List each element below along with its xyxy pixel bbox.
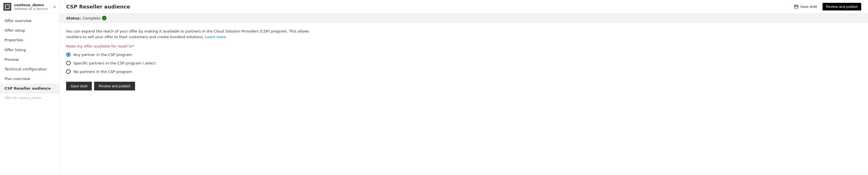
required-marker: * <box>132 44 134 48</box>
radio-no-partners-input[interactable] <box>66 69 71 74</box>
sidebar-item-offer-setup[interactable]: Offer setup <box>0 26 59 35</box>
sidebar-item-plan-overview[interactable]: Plan overview <box>0 74 59 84</box>
app-subtitle: Software as a Service <box>14 7 51 11</box>
sidebar-title-block: contoso_demo Software as a Service <box>14 3 51 11</box>
status-value: Complete <box>83 16 101 20</box>
sidebar-expand-button[interactable]: ≡ <box>53 4 56 9</box>
page-title: CSP Reseller audience <box>66 4 130 10</box>
save-draft-button[interactable]: Save draft <box>66 82 92 90</box>
radio-group: Any partner in the CSP program Specific … <box>66 52 861 74</box>
learn-more-link[interactable]: Learn more <box>205 35 226 39</box>
status-label: Status: <box>66 16 81 20</box>
radio-no-partners[interactable]: No partners in the CSP program <box>66 69 861 74</box>
app-logo <box>3 3 11 11</box>
section-label: Make my offer available for resell to* <box>66 44 861 48</box>
radio-specific-partners-input[interactable] <box>66 61 71 65</box>
content-area: Status: Complete ✓ You can expand the re… <box>59 13 868 175</box>
description-text: You can expand the reach of your offer b… <box>66 29 320 39</box>
save-icon: 💾 <box>794 4 799 9</box>
radio-any-partner[interactable]: Any partner in the CSP program <box>66 52 861 57</box>
sidebar-item-properties[interactable]: Properties <box>0 35 59 45</box>
radio-any-partner-input[interactable] <box>66 52 71 57</box>
sidebar-item-offer-overview[interactable]: Offer overview <box>0 16 59 26</box>
save-draft-top-label: Save draft <box>800 4 817 9</box>
top-bar-actions: 💾 Save draft Review and publish <box>792 3 861 10</box>
status-bar: Status: Complete ✓ <box>59 13 868 23</box>
status-check-icon: ✓ <box>102 16 106 20</box>
sidebar-item-offer-listing[interactable]: Offer listing <box>0 45 59 55</box>
sidebar-item-preview[interactable]: Preview <box>0 55 59 64</box>
sidebar-item-technical-configuration[interactable]: Technical configuration <box>0 64 59 74</box>
review-publish-button[interactable]: Review and publish <box>94 82 135 90</box>
radio-specific-partners-label: Specific partners in the CSP program I s… <box>73 61 156 65</box>
radio-no-partners-label: No partners in the CSP program <box>73 69 132 74</box>
sidebar-nav: Offer overview Offer setup Properties Of… <box>0 14 59 175</box>
main-content: CSP Reseller audience 💾 Save draft Revie… <box>59 0 868 175</box>
radio-specific-partners[interactable]: Specific partners in the CSP program I s… <box>66 61 861 65</box>
content-body: You can expand the reach of your offer b… <box>59 23 868 96</box>
app-name: contoso_demo <box>14 3 51 7</box>
review-publish-top-button[interactable]: Review and publish <box>823 3 861 10</box>
sidebar: contoso_demo Software as a Service ≡ Off… <box>0 0 59 175</box>
sidebar-item-offer-id: Offer ID: contoso_demo <box>0 94 59 103</box>
sidebar-item-csp-reseller-audience[interactable]: CSP Reseller audience <box>0 84 59 93</box>
sidebar-header: contoso_demo Software as a Service ≡ <box>0 0 59 14</box>
save-draft-top-button[interactable]: 💾 Save draft <box>792 3 819 10</box>
radio-any-partner-label: Any partner in the CSP program <box>73 53 132 57</box>
action-buttons: Save draft Review and publish <box>66 82 861 90</box>
top-bar: CSP Reseller audience 💾 Save draft Revie… <box>59 0 868 13</box>
review-publish-top-label: Review and publish <box>826 4 858 9</box>
description-content: You can expand the reach of your offer b… <box>66 29 309 39</box>
